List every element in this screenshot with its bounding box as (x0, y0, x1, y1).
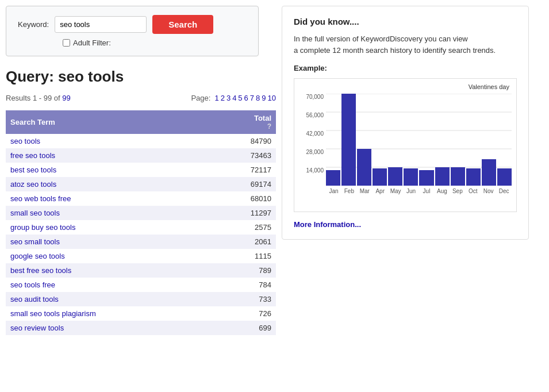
chart-bar (435, 167, 450, 186)
keyword-label: Keyword: (18, 20, 49, 29)
total-cell: 699 (211, 321, 276, 335)
x-axis-label: Sep (450, 188, 465, 194)
table-row: seo audit tools733 (6, 292, 276, 306)
table-row: seo tools free784 (6, 278, 276, 292)
page-5[interactable]: 5 (238, 94, 242, 102)
term-link[interactable]: seo tools (10, 137, 40, 145)
page-2[interactable]: 2 (221, 94, 225, 102)
term-cell: atoz seo tools (6, 177, 211, 191)
term-link[interactable]: seo small tools (10, 237, 60, 246)
page-1[interactable]: 1 (214, 94, 218, 102)
results-total-link[interactable]: 99 (62, 94, 70, 102)
results-table: Search Term Total ? seo tools84790free s… (6, 110, 276, 335)
term-link[interactable]: seo web tools free (10, 194, 71, 203)
x-axis-label: Oct (465, 188, 481, 194)
dyk-text2: a complete 12 month search history to id… (294, 46, 496, 55)
chart-bar (373, 168, 387, 186)
total-cell: 1115 (211, 249, 276, 263)
term-cell: seo review tools (6, 321, 211, 335)
term-cell: group buy seo tools (6, 220, 211, 235)
term-link[interactable]: seo audit tools (10, 295, 59, 303)
page-7[interactable]: 7 (250, 94, 254, 102)
y-axis-label: 42,000 (296, 130, 324, 137)
term-link[interactable]: small seo tools (10, 209, 60, 217)
pagination: Page: 1 2 3 4 5 6 7 8 9 10 (191, 94, 276, 102)
x-axis-labels: JanFebMarAprMayJunJulAugSepOctNovDec (326, 188, 512, 194)
term-link[interactable]: seo review tools (10, 324, 64, 332)
page-4[interactable]: 4 (232, 94, 236, 102)
x-axis-label: Aug (434, 188, 450, 194)
chart-bar (466, 168, 481, 186)
chart-bar (341, 94, 356, 186)
table-row: seo small tools2061 (6, 235, 276, 249)
search-button[interactable]: Search (152, 15, 213, 34)
table-row: small seo tools plagiarism726 (6, 306, 276, 321)
page-label: Page: (191, 94, 210, 102)
dyk-text1: In the full version of KeywordDiscovery … (294, 34, 468, 43)
page-9[interactable]: 9 (262, 94, 266, 102)
term-link[interactable]: group buy seo tools (10, 223, 75, 232)
table-row: seo review tools699 (6, 321, 276, 335)
page-10[interactable]: 10 (268, 94, 276, 102)
results-count: Results 1 - 99 of 99 (6, 94, 71, 102)
search-box: Keyword: Search Adult Filter: (6, 6, 259, 56)
term-link[interactable]: seo tools free (10, 280, 55, 289)
search-row: Keyword: Search (18, 15, 247, 34)
term-link[interactable]: free seo tools (10, 151, 55, 160)
y-axis-label: 28,000 (296, 149, 324, 155)
page-6[interactable]: 6 (244, 94, 248, 102)
right-panel: Did you know.... In the full version of … (276, 6, 543, 335)
dyk-text: In the full version of KeywordDiscovery … (294, 33, 517, 56)
results-info: Results 1 - 99 of 99 Page: 1 2 3 4 5 6 7… (6, 94, 276, 102)
total-cell: 784 (211, 278, 276, 292)
x-axis-label: Jun (404, 188, 419, 194)
chart-bar (482, 159, 496, 186)
page-8[interactable]: 8 (256, 94, 260, 102)
x-axis-label: Jan (326, 188, 341, 194)
y-axis-labels: 70,00056,00042,00028,00014,000 (296, 94, 324, 186)
y-axis-label: 70,000 (296, 94, 324, 100)
chart-bars (326, 94, 512, 186)
table-row: best seo tools72117 (6, 163, 276, 177)
table-row: seo web tools free68010 (6, 191, 276, 206)
y-axis-label: 56,000 (296, 112, 324, 118)
keyword-input[interactable] (55, 16, 147, 33)
total-cell: 2061 (211, 235, 276, 249)
total-cell: 73463 (211, 148, 276, 163)
term-cell: google seo tools (6, 249, 211, 263)
page-3[interactable]: 3 (226, 94, 231, 102)
total-cell: 789 (211, 263, 276, 278)
x-axis-label: Jul (419, 188, 435, 194)
x-axis-label: May (388, 188, 404, 194)
dyk-example-label: Example: (294, 64, 517, 72)
dyk-title: Did you know.... (294, 17, 517, 26)
table-row: atoz seo tools69174 (6, 177, 276, 191)
chart-area: 70,00056,00042,00028,00014,000 (326, 94, 512, 186)
col-search-term: Search Term (6, 110, 211, 134)
results-summary-text: Results 1 - 99 of (6, 94, 60, 102)
adult-filter-checkbox[interactable] (63, 39, 70, 47)
term-cell: seo tools free (6, 278, 211, 292)
total-cell: 733 (211, 292, 276, 306)
term-link[interactable]: atoz seo tools (10, 180, 56, 189)
term-cell: free seo tools (6, 148, 211, 163)
more-info-link[interactable]: More Information... (294, 220, 361, 229)
total-cell: 69174 (211, 177, 276, 191)
term-link[interactable]: google seo tools (10, 252, 65, 260)
total-cell: 68010 (211, 191, 276, 206)
col-total: Total ? (211, 110, 276, 134)
table-row: small seo tools11297 (6, 206, 276, 220)
chart-bar (357, 149, 371, 186)
adult-filter-row: Adult Filter: (63, 39, 247, 47)
did-you-know-box: Did you know.... In the full version of … (282, 6, 529, 240)
table-row: best free seo tools789 (6, 263, 276, 278)
total-cell: 2575 (211, 220, 276, 235)
chart-container: Valentines day 70,00056,00042,00028,0001… (294, 78, 517, 212)
term-cell: seo web tools free (6, 191, 211, 206)
term-cell: seo tools (6, 134, 211, 148)
term-link[interactable]: best seo tools (10, 166, 56, 174)
term-link[interactable]: small seo tools plagiarism (10, 309, 96, 318)
table-row: free seo tools73463 (6, 148, 276, 163)
term-link[interactable]: best free seo tools (10, 266, 71, 275)
chart-bar (404, 168, 418, 186)
